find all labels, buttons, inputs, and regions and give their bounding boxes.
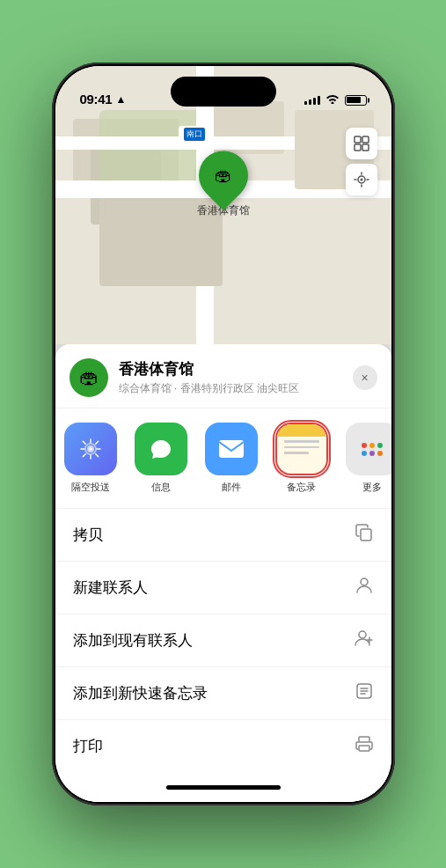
action-print[interactable]: 打印 bbox=[55, 720, 391, 772]
location-button[interactable] bbox=[346, 164, 377, 195]
action-add-notes[interactable]: 添加到新快速备忘录 bbox=[55, 667, 391, 720]
map-controls bbox=[346, 128, 377, 195]
battery-icon bbox=[345, 95, 367, 106]
location-pin: 🏟 香港体育馆 bbox=[197, 151, 250, 218]
sheet-header: 🏟 香港体育馆 综合体育馆 · 香港特别行政区 油尖旺区 × bbox=[55, 344, 391, 408]
svg-point-10 bbox=[359, 631, 366, 638]
share-item-messages[interactable]: 信息 bbox=[126, 423, 196, 494]
venue-name: 香港体育馆 bbox=[119, 359, 342, 379]
svg-rect-8 bbox=[361, 529, 371, 541]
svg-rect-1 bbox=[362, 136, 369, 143]
status-icons bbox=[304, 93, 367, 107]
share-item-more[interactable]: 更多 bbox=[337, 423, 391, 494]
svg-rect-13 bbox=[359, 746, 369, 751]
svg-point-6 bbox=[89, 447, 92, 451]
phone-frame: 09:41 ▲ bbox=[52, 63, 395, 805]
home-indicator bbox=[55, 772, 391, 802]
action-new-contact[interactable]: 新建联系人 bbox=[55, 562, 391, 614]
map-label: 南口 南口 bbox=[179, 126, 210, 143]
location-icon: ▲ bbox=[115, 93, 126, 106]
phone-screen: 09:41 ▲ bbox=[55, 66, 391, 802]
share-item-airdrop[interactable]: 隔空投送 bbox=[55, 423, 126, 494]
svg-rect-2 bbox=[355, 144, 361, 151]
svg-point-9 bbox=[361, 578, 368, 585]
mail-label: 邮件 bbox=[222, 481, 241, 494]
wifi-icon bbox=[325, 93, 340, 107]
new-contact-label: 新建联系人 bbox=[73, 577, 148, 598]
airdrop-label: 隔空投送 bbox=[71, 481, 110, 494]
messages-label: 信息 bbox=[151, 481, 171, 494]
svg-point-5 bbox=[360, 179, 362, 181]
copy-icon bbox=[355, 523, 374, 547]
copy-label: 拷贝 bbox=[73, 525, 103, 545]
note-icon bbox=[355, 681, 374, 705]
person-add-icon bbox=[355, 629, 374, 652]
action-add-existing[interactable]: 添加到现有联系人 bbox=[55, 614, 391, 667]
venue-info: 香港体育馆 综合体育馆 · 香港特别行政区 油尖旺区 bbox=[119, 359, 342, 396]
svg-rect-12 bbox=[359, 737, 369, 742]
print-icon bbox=[355, 734, 374, 758]
svg-rect-7 bbox=[219, 440, 244, 458]
notes-label: 备忘录 bbox=[287, 481, 316, 494]
print-label: 打印 bbox=[73, 736, 103, 756]
signal-bars bbox=[304, 96, 320, 105]
add-notes-label: 添加到新快速备忘录 bbox=[73, 683, 208, 703]
action-copy[interactable]: 拷贝 bbox=[55, 509, 391, 562]
bottom-sheet: 🏟 香港体育馆 综合体育馆 · 香港特别行政区 油尖旺区 × bbox=[55, 344, 391, 802]
action-list: 拷贝 新建联系人 bbox=[55, 509, 391, 772]
status-time: 09:41 bbox=[80, 92, 113, 107]
map-type-button[interactable] bbox=[346, 128, 377, 159]
more-label: 更多 bbox=[362, 481, 382, 494]
share-row: 隔空投送 信息 bbox=[55, 408, 391, 509]
share-item-mail[interactable]: 邮件 bbox=[196, 423, 267, 494]
add-existing-label: 添加到现有联系人 bbox=[73, 630, 193, 651]
venue-icon: 🏟 bbox=[69, 358, 108, 397]
person-icon bbox=[355, 576, 374, 600]
dynamic-island bbox=[171, 77, 276, 107]
venue-subtitle: 综合体育馆 · 香港特别行政区 油尖旺区 bbox=[119, 381, 342, 396]
svg-rect-0 bbox=[355, 136, 361, 143]
share-item-notes[interactable]: 备忘录 bbox=[267, 423, 337, 494]
svg-rect-3 bbox=[362, 144, 369, 151]
close-button[interactable]: × bbox=[353, 365, 377, 390]
